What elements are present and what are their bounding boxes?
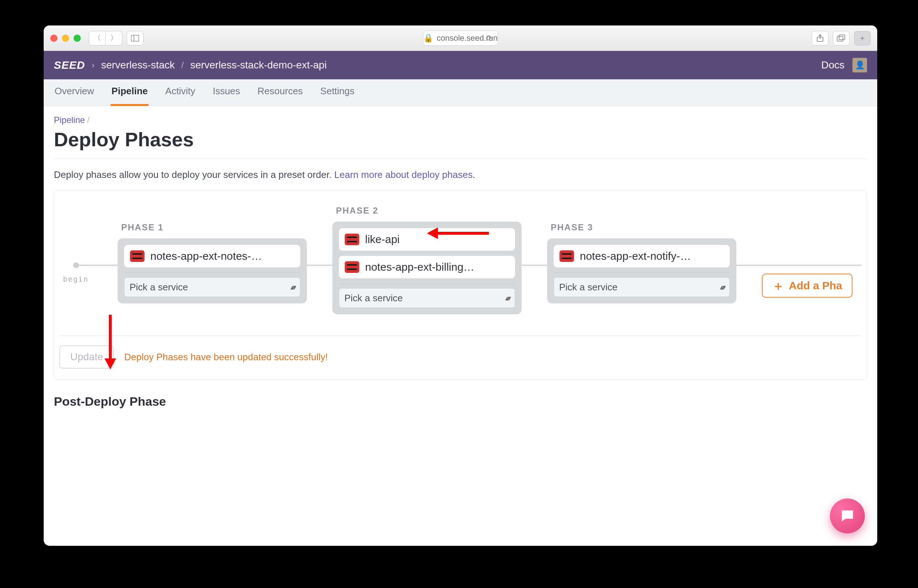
success-message: Deploy Phases have been updated successf…	[124, 352, 328, 363]
chevron-right-icon: ›	[92, 60, 95, 70]
address-bar[interactable]: 🔒 console.seed.run ⟳	[423, 31, 498, 46]
tabs-button[interactable]	[833, 31, 850, 45]
share-button[interactable]	[812, 31, 829, 45]
divider	[54, 158, 867, 159]
service-name: notes-app-ext-billing…	[365, 261, 474, 273]
tab-settings[interactable]: Settings	[320, 86, 355, 106]
nav-tabs: Overview Pipeline Activity Issues Resour…	[44, 79, 877, 106]
breadcrumb-root[interactable]: Pipeline	[54, 115, 85, 125]
breadcrumb-app[interactable]: serverless-stack-demo-ext-api	[191, 59, 327, 71]
back-button[interactable]: 〈	[89, 31, 105, 45]
lock-icon: 🔒	[423, 34, 433, 43]
page-title: Deploy Phases	[54, 128, 867, 151]
tab-resources[interactable]: Resources	[257, 86, 304, 106]
annotation-arrow-left	[427, 229, 489, 237]
tab-activity[interactable]: Activity	[165, 86, 196, 106]
phase-box: notes-app-ext-notes-… Pick a service ▴▾	[118, 238, 307, 304]
minimize-window-icon[interactable]	[62, 35, 69, 42]
tab-issues[interactable]: Issues	[212, 86, 241, 106]
reload-icon[interactable]: ⟳	[486, 34, 493, 43]
svg-rect-3	[837, 36, 843, 41]
service-name: notes-app-ext-notify-…	[580, 250, 691, 262]
service-name: notes-app-ext-notes-…	[150, 250, 262, 262]
svg-rect-4	[839, 35, 845, 40]
browser-toolbar: 〈 〉 🔒 console.seed.run ⟳ ＋	[44, 26, 877, 51]
annotation-arrow-down	[107, 315, 114, 369]
service-chip[interactable]: notes-app-ext-notify-…	[554, 245, 730, 267]
intro-text: Deploy phases allow you to deploy your s…	[54, 169, 867, 181]
panel-footer: Update Deploy Phases have been updated s…	[59, 336, 861, 368]
close-window-icon[interactable]	[50, 35, 58, 42]
forward-button[interactable]: 〉	[105, 31, 122, 45]
nav-back-forward[interactable]: 〈 〉	[89, 31, 122, 45]
tabs-icon	[837, 35, 845, 42]
service-name: like-api	[365, 233, 400, 246]
chevron-updown-icon: ▴▾	[291, 283, 295, 291]
tab-pipeline[interactable]: Pipeline	[111, 86, 149, 106]
window-controls[interactable]	[50, 35, 81, 42]
phase-box: notes-app-ext-notify-… Pick a service ▴▾	[547, 238, 736, 304]
new-tab-button[interactable]: ＋	[854, 31, 871, 45]
sidebar-icon	[131, 35, 139, 42]
service-picker[interactable]: Pick a service ▴▾	[124, 277, 300, 297]
breadcrumb-sep: /	[87, 115, 89, 125]
sidebar-toggle-button[interactable]	[127, 31, 144, 45]
phases-area: begin PHASE 1 notes-app-ext-notes-…	[59, 198, 861, 329]
chevron-updown-icon: ▴▾	[720, 283, 724, 291]
breadcrumb: Pipeline/	[54, 115, 867, 125]
phase-2: PHASE 2 like-api notes-app-ext-billing…	[332, 205, 522, 314]
phase-label: PHASE 2	[336, 205, 522, 216]
add-phase-button[interactable]: ＋ Add a Pha	[762, 274, 852, 298]
phase-label: PHASE 1	[121, 222, 307, 233]
divider	[125, 273, 299, 273]
breadcrumb-org[interactable]: serverless-stack	[101, 59, 175, 71]
chat-widget-button[interactable]	[830, 499, 865, 533]
app-header: SEED › serverless-stack / serverless-sta…	[44, 51, 877, 79]
learn-more-link[interactable]: Learn more about deploy phases	[334, 169, 472, 180]
slash-separator: /	[181, 60, 184, 70]
service-icon	[345, 234, 359, 245]
plus-icon: ＋	[772, 279, 784, 292]
share-icon	[816, 34, 824, 42]
service-picker[interactable]: Pick a service ▴▾	[554, 277, 730, 297]
post-deploy-heading: Post-Deploy Phase	[54, 394, 867, 409]
phase-1: PHASE 1 notes-app-ext-notes-… Pick a ser…	[118, 222, 307, 304]
service-icon	[559, 250, 574, 262]
chat-icon	[839, 507, 856, 524]
svg-rect-0	[131, 35, 139, 41]
tab-overview[interactable]: Overview	[54, 86, 95, 106]
phases-panel: begin PHASE 1 notes-app-ext-notes-…	[54, 190, 867, 380]
divider	[339, 283, 514, 284]
picker-placeholder: Pick a service	[129, 282, 188, 293]
service-icon	[345, 261, 359, 273]
avatar[interactable]: 👤	[852, 58, 867, 73]
browser-window: 〈 〉 🔒 console.seed.run ⟳ ＋	[44, 26, 877, 546]
service-chip[interactable]: notes-app-ext-billing…	[339, 256, 515, 278]
intro-sentence: Deploy phases allow you to deploy your s…	[54, 169, 334, 180]
docs-link[interactable]: Docs	[821, 59, 844, 71]
add-phase-label: Add a Pha	[789, 279, 842, 292]
phase-label: PHASE 3	[551, 222, 736, 233]
phase-3: PHASE 3 notes-app-ext-notify-… Pick a se…	[547, 222, 736, 304]
page-content: Pipeline/ Deploy Phases Deploy phases al…	[44, 106, 877, 433]
fullscreen-window-icon[interactable]	[74, 35, 81, 42]
chevron-updown-icon: ▴▾	[505, 294, 509, 302]
service-chip[interactable]: notes-app-ext-notes-…	[124, 245, 300, 267]
divider	[554, 273, 729, 273]
picker-placeholder: Pick a service	[344, 292, 402, 304]
service-icon	[130, 250, 144, 262]
logo[interactable]: SEED	[54, 59, 85, 71]
picker-placeholder: Pick a service	[559, 282, 617, 293]
service-picker[interactable]: Pick a service ▴▾	[339, 288, 515, 308]
